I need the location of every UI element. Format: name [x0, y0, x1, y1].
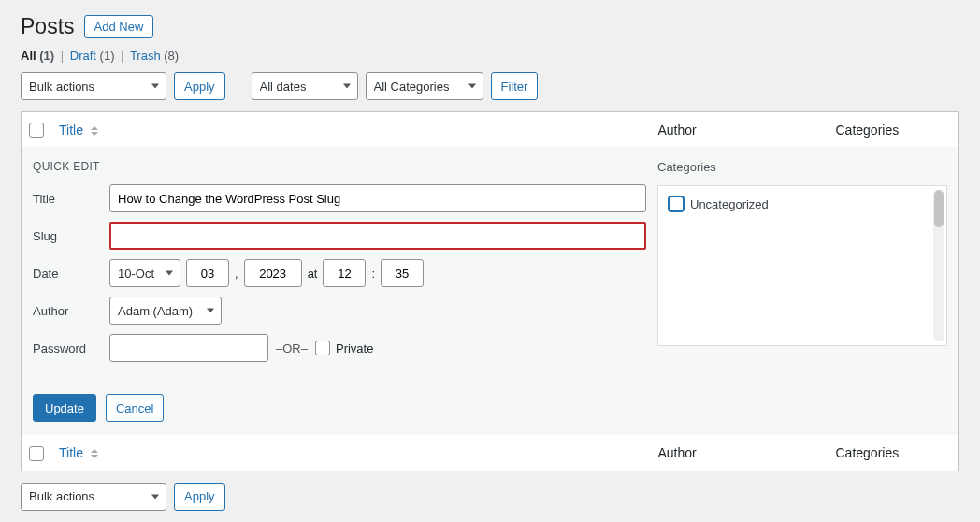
- filter-all[interactable]: All (1): [21, 49, 54, 63]
- label-date: Date: [33, 267, 109, 281]
- password-input[interactable]: [109, 334, 268, 362]
- label-private: Private: [336, 341, 373, 355]
- private-checkbox[interactable]: [315, 341, 330, 355]
- slug-input[interactable]: [109, 222, 646, 250]
- categories-box: Uncategorized: [657, 185, 947, 346]
- author-select[interactable]: Adam (Adam): [109, 297, 222, 325]
- col-author[interactable]: Author: [651, 112, 829, 148]
- title-input[interactable]: [109, 184, 646, 212]
- date-filter[interactable]: All dates: [252, 72, 358, 100]
- date-minute[interactable]: [381, 259, 424, 287]
- col-title[interactable]: Title: [51, 112, 651, 148]
- categories-heading: Categories: [657, 160, 947, 174]
- add-new-button[interactable]: Add New: [84, 15, 154, 38]
- col-categories-foot[interactable]: Categories: [829, 435, 959, 471]
- apply-bulk-top[interactable]: Apply: [174, 72, 225, 100]
- col-title-foot[interactable]: Title: [51, 435, 651, 471]
- cancel-button[interactable]: Cancel: [106, 394, 164, 422]
- filter-button[interactable]: Filter: [491, 72, 539, 100]
- label-at: at: [308, 267, 318, 281]
- bulk-actions-bottom[interactable]: Bulk actions: [21, 483, 166, 511]
- date-month[interactable]: 10-Oct: [109, 259, 180, 287]
- sort-icon: [91, 125, 98, 137]
- scrollbar[interactable]: [933, 190, 944, 341]
- apply-bulk-bottom[interactable]: Apply: [174, 483, 225, 511]
- filter-draft[interactable]: Draft (1): [70, 49, 115, 63]
- date-hour[interactable]: [323, 259, 366, 287]
- select-all-top[interactable]: [29, 123, 44, 138]
- label-password: Password: [33, 341, 109, 355]
- select-all-bottom[interactable]: [29, 446, 44, 461]
- label-author: Author: [33, 304, 109, 318]
- category-label: Uncategorized: [690, 197, 769, 211]
- date-year[interactable]: [244, 259, 302, 287]
- bulk-actions-top[interactable]: Bulk actions: [21, 72, 166, 100]
- col-author-foot[interactable]: Author: [651, 435, 829, 471]
- category-item[interactable]: Uncategorized: [668, 196, 937, 212]
- label-slug: Slug: [33, 229, 109, 243]
- label-or: –OR–: [276, 341, 308, 355]
- col-categories[interactable]: Categories: [829, 112, 959, 148]
- date-day[interactable]: [186, 259, 229, 287]
- label-title: Title: [33, 192, 109, 206]
- post-status-filters: All (1) | Draft (1) | Trash (8): [21, 49, 959, 63]
- update-button[interactable]: Update: [33, 394, 96, 422]
- page-title: Posts: [21, 14, 75, 39]
- sort-icon: [91, 448, 98, 459]
- quick-edit-heading: QUICK EDIT: [33, 160, 646, 173]
- category-filter[interactable]: All Categories: [366, 72, 483, 100]
- quick-edit-row: QUICK EDIT Title Slug Date 10: [22, 147, 959, 435]
- filter-trash[interactable]: Trash (8): [130, 49, 179, 63]
- category-checkbox[interactable]: [668, 196, 685, 212]
